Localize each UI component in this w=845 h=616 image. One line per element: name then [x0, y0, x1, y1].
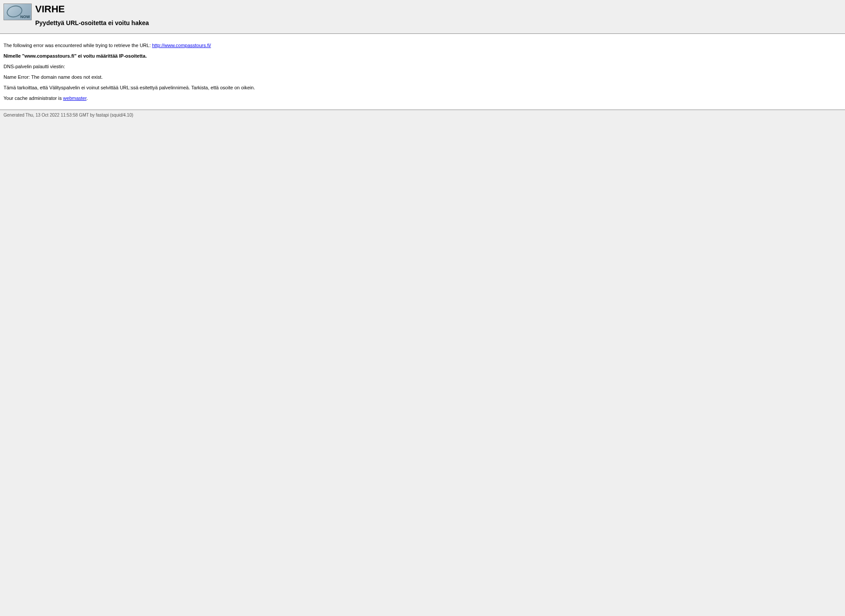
- explanation: Tämä tarkoittaa, että Välityspalvelin ei…: [4, 85, 841, 90]
- dns-message: Name Error: The domain name does not exi…: [4, 74, 841, 80]
- generated-text: Generated Thu, 13 Oct 2022 11:53:58 GMT …: [4, 113, 133, 117]
- title-block: VIRHE Pyydettyä URL-osoitetta ei voitu h…: [35, 4, 149, 26]
- intro-text: The following error was encountered whil…: [4, 43, 152, 48]
- error-detail: Nimelle "www.compasstours.fi" ei voitu m…: [4, 53, 841, 59]
- logo-overlay-text: NOW: [20, 15, 30, 19]
- error-subtitle: Pyydettyä URL-osoitetta ei voitu hakea: [35, 19, 149, 26]
- failed-url-link[interactable]: http://www.compasstours.fi/: [152, 43, 211, 48]
- admin-prefix: Your cache administrator is: [4, 95, 63, 101]
- error-title: VIRHE: [35, 4, 149, 15]
- error-header: NOW VIRHE Pyydettyä URL-osoitetta ei voi…: [0, 0, 845, 30]
- intro-line: The following error was encountered whil…: [4, 43, 841, 48]
- error-content: The following error was encountered whil…: [0, 34, 845, 110]
- webmaster-link[interactable]: webmaster: [63, 95, 86, 101]
- squid-logo: NOW: [4, 4, 32, 20]
- admin-line: Your cache administrator is webmaster.: [4, 95, 841, 101]
- admin-suffix: .: [87, 95, 88, 101]
- dns-label: DNS-palvelin palautti viestin:: [4, 64, 841, 69]
- footer: Generated Thu, 13 Oct 2022 11:53:58 GMT …: [0, 110, 845, 120]
